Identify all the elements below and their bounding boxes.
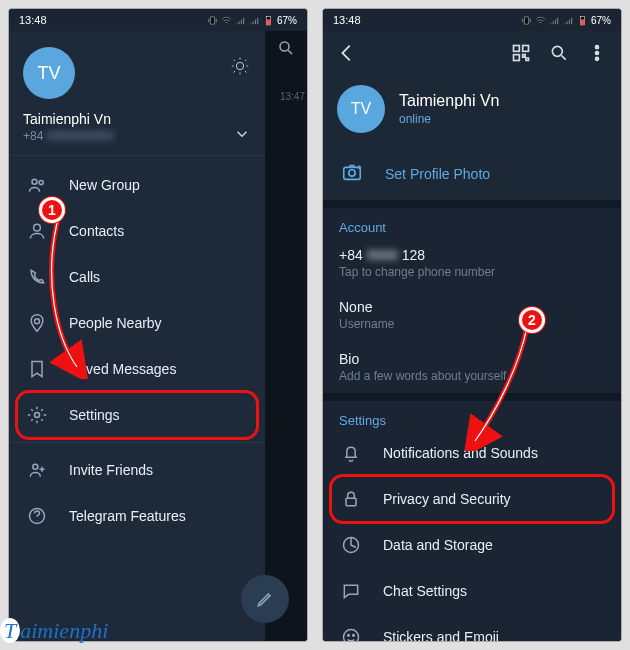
status-bar: 13:48 67% [9,9,307,31]
menu-label: Settings [69,407,120,423]
menu-calls[interactable]: Calls [9,254,265,300]
menu-people-nearby[interactable]: People Nearby [9,300,265,346]
menu-label: New Group [69,177,140,193]
account-section: Account +84 0000 128 Tap to change phone… [323,208,621,393]
search-icon[interactable] [543,37,575,69]
theme-toggle-icon[interactable] [229,55,251,77]
settings-notifications[interactable]: Notifications and Sounds [323,430,621,476]
svg-point-9 [33,464,38,469]
watermark: Taimienphi [0,618,108,644]
invite-icon [27,460,47,480]
back-button[interactable] [331,37,363,69]
menu-label: Contacts [69,223,124,239]
chat-icon [341,581,361,601]
settings-section: Settings Notifications and Sounds Privac… [323,401,621,642]
background-chat-preview: 13:47 [265,31,307,641]
svg-point-19 [596,57,599,60]
menu-settings[interactable]: Settings [9,392,265,438]
settings-label: Chat Settings [383,583,467,599]
svg-point-21 [349,170,355,176]
settings-label: Data and Storage [383,537,493,553]
menu-saved-messages[interactable]: Saved Messages [9,346,265,392]
settings-toolbar [323,31,621,75]
status-icons: 67% [207,15,297,26]
menu-label: People Nearby [69,315,162,331]
menu-telegram-features[interactable]: Telegram Features [9,493,265,539]
settings-label: Stickers and Emoji [383,629,499,642]
account-bio-row[interactable]: Bio Add a few words about yourself [323,341,621,393]
svg-point-4 [32,179,37,184]
settings-data-storage[interactable]: Data and Storage [323,522,621,568]
camera-icon [341,161,363,186]
svg-point-7 [35,319,40,324]
chevron-down-icon[interactable] [233,125,251,143]
settings-label: Notifications and Sounds [383,445,538,461]
annotation-callout-1: 1 [39,197,65,223]
wifi-icon [221,15,232,26]
location-icon [27,313,47,333]
svg-rect-15 [514,55,520,61]
menu-label: Invite Friends [69,462,153,478]
svg-rect-13 [514,46,520,52]
svg-point-18 [596,52,599,55]
battery-icon [577,15,588,26]
help-icon [27,506,47,526]
vibrate-icon [207,15,218,26]
status-time: 13:48 [333,14,361,26]
phone-drawer-screenshot: 13:48 67% 13:47 TV Taimienphi Vn +84 000… [8,8,308,642]
phone-settings-screenshot: 13:48 67% TV Taimienphi Vn online Set Pr… [322,8,622,642]
svg-rect-1 [266,19,270,25]
profile-avatar[interactable]: TV [337,85,385,133]
profile-header: TV Taimienphi Vn online [323,75,621,147]
signal2-icon [249,15,260,26]
settings-privacy-security[interactable]: Privacy and Security [323,476,621,522]
menu-label: Telegram Features [69,508,186,524]
svg-point-6 [34,224,41,231]
menu-invite-friends[interactable]: Invite Friends [9,447,265,493]
user-name: Taimienphi Vn [23,111,113,127]
svg-point-25 [348,635,350,637]
signal2-icon [563,15,574,26]
signal-icon [235,15,246,26]
section-title-settings: Settings [323,401,621,430]
navigation-drawer: TV Taimienphi Vn +84 0000000000 New Grou… [9,31,265,641]
menu-label: Saved Messages [69,361,176,377]
signal-icon [549,15,560,26]
drawer-user-info[interactable]: Taimienphi Vn +84 0000000000 [9,111,265,155]
account-bio-sub: Add a few words about yourself [339,369,605,383]
svg-point-3 [237,62,244,69]
phone-icon [27,267,47,287]
compose-fab[interactable] [241,575,289,623]
menu-label: Calls [69,269,100,285]
settings-label: Privacy and Security [383,491,511,507]
settings-chat-settings[interactable]: Chat Settings [323,568,621,614]
settings-stickers-emoji[interactable]: Stickers and Emoji [323,614,621,642]
status-bar: 13:48 67% [323,9,621,31]
battery-icon [263,15,274,26]
set-profile-photo[interactable]: Set Profile Photo [323,147,621,208]
svg-rect-14 [523,46,529,52]
contact-icon [27,221,47,241]
bookmark-icon [27,359,47,379]
account-bio-value: Bio [339,351,605,367]
group-icon [27,175,47,195]
user-avatar[interactable]: TV [23,47,75,99]
vibrate-icon [521,15,532,26]
account-username-row[interactable]: None Username [323,289,621,341]
annotation-callout-2: 2 [519,307,545,333]
status-icons: 67% [521,15,611,26]
svg-point-8 [35,413,40,418]
account-phone-row[interactable]: +84 0000 128 Tap to change phone number [323,237,621,289]
drawer-header: TV [9,31,265,111]
sticker-icon [341,627,361,642]
more-icon[interactable] [581,37,613,69]
section-title-account: Account [323,208,621,237]
bell-icon [341,443,361,463]
account-phone-value: +84 0000 128 [339,247,605,263]
wifi-icon [535,15,546,26]
account-username-sub: Username [339,317,605,331]
annotation-highlight-1 [15,390,259,440]
svg-point-2 [280,42,289,51]
qr-icon[interactable] [505,37,537,69]
search-icon[interactable] [277,39,295,61]
